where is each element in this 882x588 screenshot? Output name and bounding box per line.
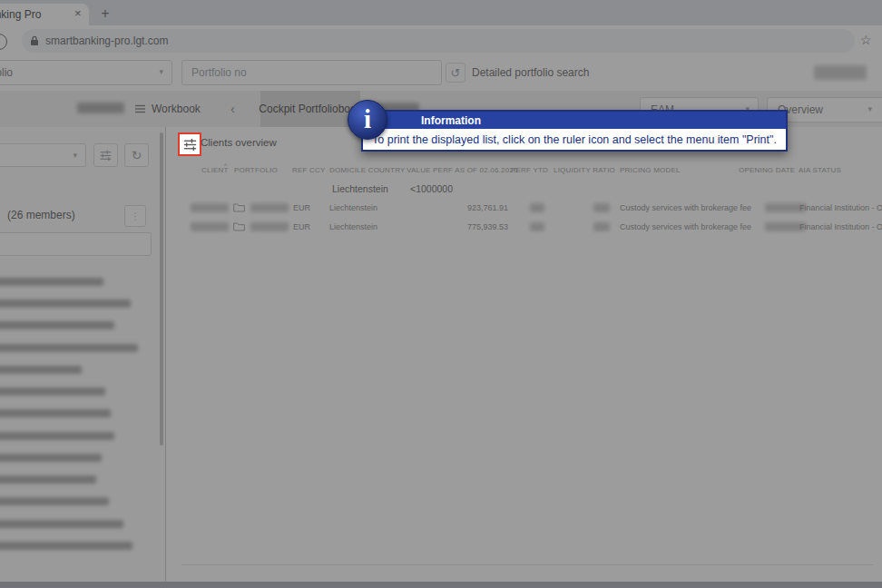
dialog-title: Information <box>421 114 481 127</box>
dim-overlay <box>0 0 882 588</box>
ruler-icon[interactable] <box>182 137 198 152</box>
information-dialog: Information To print the displayed list,… <box>361 110 788 152</box>
information-icon: i <box>348 100 387 140</box>
screen: SmartBanking Pro × + smartbanking-pro.lg… <box>0 0 882 588</box>
dialog-header[interactable]: Information <box>363 112 786 129</box>
dialog-message: To print the displayed list, click on th… <box>372 133 777 146</box>
ruler-icon-highlight[interactable] <box>178 132 201 156</box>
info-i-glyph: i <box>364 104 371 134</box>
dialog-body: To print the displayed list, click on th… <box>363 129 786 150</box>
